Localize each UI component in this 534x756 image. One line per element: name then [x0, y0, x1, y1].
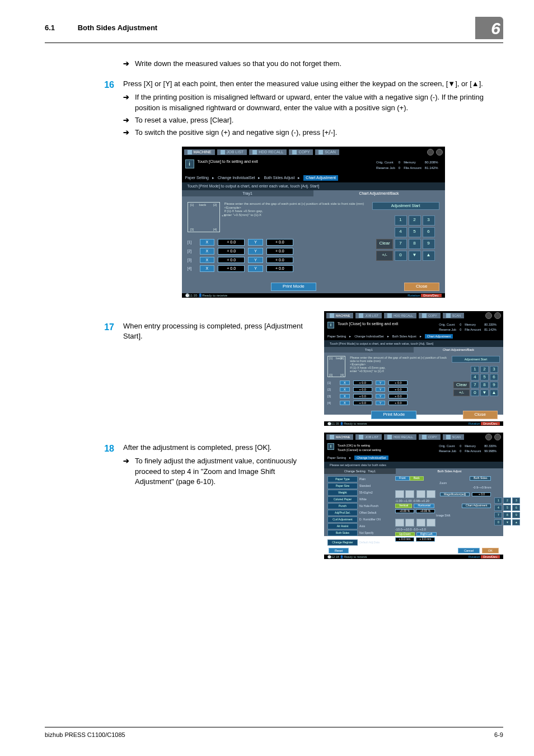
both-sides-button[interactable]: Both Sides: [327, 530, 358, 536]
diagram-text: Please enter the amount of the gap of ea…: [224, 202, 364, 217]
info-stats: Orig. Count0Memory80.208% Reserve Job0Fi…: [375, 159, 441, 172]
shift-icon: [427, 519, 435, 527]
hdd-icon: [252, 150, 257, 154]
adj-prof-button[interactable]: Adj/Prof.Sel.: [327, 510, 358, 516]
zoom-icon: [427, 490, 435, 498]
screenshot-adjustment-start: MACHINEJOB LISTHDD RECALLCOPYSCAN iTouch…: [324, 311, 503, 415]
arrow-icon: ➔: [123, 456, 129, 466]
top-tabs: MACHINE JOB LIST HDD RECALL COPY SCAN: [182, 147, 445, 158]
chart-adjustment-button[interactable]: Chart Adjustment: [462, 504, 491, 508]
front-button[interactable]: Front: [395, 476, 410, 481]
horizontal-button[interactable]: Horizontal: [414, 504, 434, 508]
key-9[interactable]: 9: [423, 239, 435, 249]
adjustment-start-button[interactable]: Adjustment Start: [452, 356, 500, 363]
key-down[interactable]: ▼: [409, 251, 421, 261]
up-down-button[interactable]: Up-Down: [395, 532, 415, 537]
y-button[interactable]: Y: [248, 265, 263, 272]
vertical-button[interactable]: Vertical: [395, 504, 412, 508]
chapter-number: 6: [491, 19, 500, 37]
help-icon[interactable]: [436, 149, 443, 156]
back-button[interactable]: Back: [410, 476, 424, 481]
y-value: + 0.0: [266, 239, 293, 246]
key-2[interactable]: 2: [409, 215, 421, 226]
clear-button[interactable]: Clear: [376, 239, 392, 249]
cancel-button[interactable]: Cancel: [458, 548, 480, 553]
header-rule: [45, 43, 503, 43]
key-0[interactable]: 0: [395, 251, 407, 261]
diagram-box: [1] back [2] +X [3] [4]: [188, 202, 220, 232]
x-button[interactable]: X: [200, 265, 215, 272]
key-8[interactable]: 8: [409, 239, 421, 249]
weight-button[interactable]: Weight: [327, 490, 358, 496]
arrow-icon: ➔: [123, 115, 129, 125]
x-button[interactable]: X: [200, 248, 215, 255]
y-button[interactable]: Y: [248, 257, 263, 264]
key-3[interactable]: 3: [423, 215, 435, 226]
key-1[interactable]: 1: [395, 215, 407, 226]
x-button[interactable]: X: [200, 239, 215, 246]
tab-job-list[interactable]: JOB LIST: [217, 149, 247, 155]
step16-bullet: ➔ To switch the positive sign (+) and ne…: [123, 128, 503, 138]
change-register-button[interactable]: Change Register: [327, 539, 358, 546]
close-button[interactable]: Close: [404, 283, 439, 291]
machine-icon: [188, 150, 192, 154]
power-icon[interactable]: [427, 149, 434, 156]
up-down-value: + 0.0 mm: [395, 537, 414, 542]
y-value: + 0.0: [266, 257, 293, 264]
footer-left: bizhub PRESS C1100/C1085: [45, 731, 125, 739]
key-7[interactable]: 7: [395, 239, 407, 249]
status-right: Rotation Drum/Dev.: [407, 294, 441, 298]
value-row: [1]X+ 0.0Y+ 0.0: [188, 239, 364, 246]
reset-button[interactable]: Reset: [329, 548, 349, 553]
step-number: 17: [99, 321, 114, 334]
key-5[interactable]: 5: [409, 227, 421, 237]
step18-bullet: ➔ To finely adjust the adjustment value,…: [123, 456, 313, 487]
footer-right: 6-9: [494, 731, 503, 739]
y-button[interactable]: Y: [248, 248, 263, 255]
print-mode-button[interactable]: Print Mode: [271, 283, 316, 291]
tab-machine[interactable]: MACHINE: [184, 149, 215, 155]
key-6[interactable]: 6: [423, 227, 435, 237]
status-left: 🕐11:35 👤Ready to receive: [185, 294, 228, 298]
ok-button[interactable]: OK: [482, 548, 499, 553]
step-number: 18: [99, 443, 114, 455]
x-button[interactable]: X: [200, 257, 215, 264]
y-value: + 0.0: [266, 248, 293, 255]
section-title: Both Sides Adjustment: [78, 24, 158, 32]
scan-icon: [318, 150, 323, 154]
paper-type-button[interactable]: Paper Type: [327, 476, 358, 482]
key-up[interactable]: ▲: [423, 251, 435, 261]
colored-paper-button[interactable]: Colored Paper: [327, 496, 358, 503]
shift-icon: [395, 519, 404, 527]
tab-chart-back[interactable]: Chart Adjustment/Back: [313, 190, 445, 197]
shift-icon: [416, 519, 425, 527]
zoom-icon: [395, 490, 404, 498]
arrow-icon: ➔: [123, 128, 129, 138]
horizontal-value: +0.00 %: [416, 509, 435, 514]
air-assist-button[interactable]: Air Assist: [327, 523, 358, 529]
copy-icon: [292, 150, 297, 154]
magnification-button[interactable]: Magnification(adj): [440, 492, 470, 497]
tab-scan[interactable]: SCAN: [315, 149, 339, 155]
adjustment-start-button[interactable]: Adjustment Start: [372, 202, 439, 210]
tab-tray[interactable]: Tray1: [182, 190, 313, 197]
magnification-value: + 0.0: [472, 492, 491, 497]
right-left-button[interactable]: Right-Left: [416, 532, 437, 537]
step16-bullet: ➔ If the printing position is misaligned…: [123, 92, 503, 112]
punch-button[interactable]: Punch: [327, 503, 358, 509]
page-header: 6.1 Both Sides Adjustment: [45, 23, 157, 33]
hint-text: Touch [Print Mode] to output a chart, an…: [182, 182, 445, 190]
tab-copy[interactable]: COPY: [289, 149, 313, 155]
key-4[interactable]: 4: [395, 227, 407, 237]
value-rows: [1]X+ 0.0Y+ 0.0 [2]X+ 0.0Y+ 0.0 [3]X+ 0.…: [188, 239, 364, 272]
list-icon: [221, 150, 225, 154]
step16-bullet: ➔ To reset a value, press [Clear].: [123, 115, 503, 125]
plus-minus-button[interactable]: +/-: [376, 251, 392, 261]
tab-hdd-recall[interactable]: HDD RECALL: [249, 149, 287, 155]
step16-text: Press [X] or [Y] at each point, then ent…: [123, 79, 503, 89]
curl-adjustment-button[interactable]: Curl Adjustment: [327, 516, 358, 523]
y-button[interactable]: Y: [248, 239, 263, 246]
both-sides-toggle[interactable]: Both Sides: [470, 476, 491, 481]
intro-bullet-text: Write down the measured values so that y…: [135, 59, 341, 69]
paper-size-button[interactable]: Paper Size: [327, 483, 358, 489]
